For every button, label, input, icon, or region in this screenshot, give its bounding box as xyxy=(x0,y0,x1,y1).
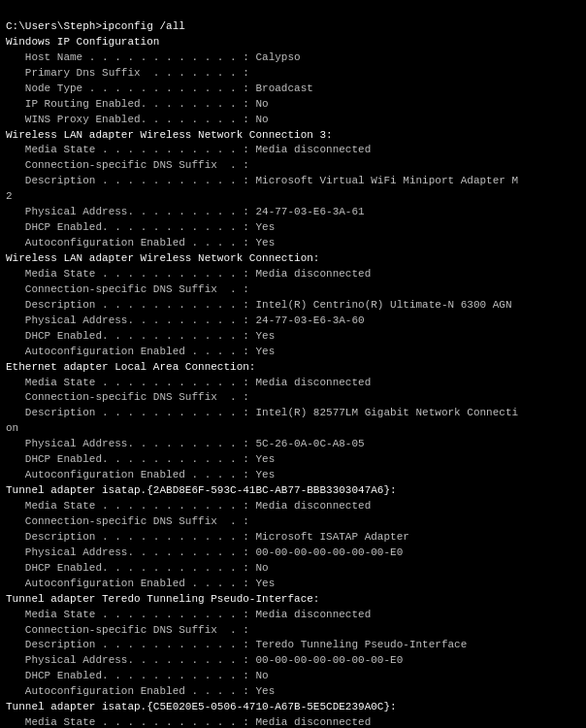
terminal-line: Node Type . . . . . . . . . . . . : Broa… xyxy=(6,82,580,97)
terminal-line: DHCP Enabled. . . . . . . . . . . : Yes xyxy=(6,329,580,345)
terminal-line: Primary Dns Suffix . . . . . . . : xyxy=(6,66,580,82)
terminal-line: DHCP Enabled. . . . . . . . . . . : Yes xyxy=(6,220,580,236)
terminal-line: Physical Address. . . . . . . . . : 24-7… xyxy=(6,205,580,220)
terminal-line: Media State . . . . . . . . . . . : Medi… xyxy=(6,376,580,391)
terminal-line: WINS Proxy Enabled. . . . . . . . : No xyxy=(6,113,580,128)
terminal-line: Connection-specific DNS Suffix . : xyxy=(6,390,580,406)
terminal-line: on xyxy=(6,421,580,437)
terminal-line: Description . . . . . . . . . . . : Inte… xyxy=(6,298,580,314)
terminal-line: Physical Address. . . . . . . . . : 00-0… xyxy=(6,546,580,561)
terminal-line: Media State . . . . . . . . . . . : Medi… xyxy=(6,608,580,623)
terminal-line: Tunnel adapter isatap.{C5E020E5-0506-471… xyxy=(6,700,580,715)
terminal-line: DHCP Enabled. . . . . . . . . . . : No xyxy=(6,561,580,577)
terminal-line: Connection-specific DNS Suffix . : xyxy=(6,282,580,298)
terminal-line: DHCP Enabled. . . . . . . . . . . : Yes xyxy=(6,452,580,468)
terminal-line: Wireless LAN adapter Wireless Network Co… xyxy=(6,128,580,144)
terminal-line: Media State . . . . . . . . . . . : Medi… xyxy=(6,267,580,282)
terminal-line: Physical Address. . . . . . . . . : 00-0… xyxy=(6,653,580,669)
terminal-line: Windows IP Configuration xyxy=(6,35,580,50)
terminal-line: Connection-specific DNS Suffix . : xyxy=(6,158,580,174)
terminal-line: Autoconfiguration Enabled . . . . : Yes xyxy=(6,468,580,483)
terminal-line: DHCP Enabled. . . . . . . . . . . : No xyxy=(6,669,580,684)
terminal-line: Media State . . . . . . . . . . . : Medi… xyxy=(6,499,580,514)
terminal-line: Autoconfiguration Enabled . . . . : Yes xyxy=(6,345,580,360)
terminal-line: C:\Users\Steph>ipconfig /all xyxy=(6,19,580,35)
terminal-line: Physical Address. . . . . . . . . : 5C-2… xyxy=(6,437,580,452)
terminal-line: Connection-specific DNS Suffix . : xyxy=(6,623,580,639)
terminal-line: 2 xyxy=(6,189,580,205)
terminal-line: Autoconfiguration Enabled . . . . : Yes xyxy=(6,684,580,700)
terminal-line: Tunnel adapter isatap.{2ABD8E6F-593C-41B… xyxy=(6,483,580,499)
terminal-line: Autoconfiguration Enabled . . . . : Yes xyxy=(6,236,580,251)
terminal-line: Tunnel adapter Teredo Tunneling Pseudo-I… xyxy=(6,592,580,608)
terminal-line: Description . . . . . . . . . . . : Micr… xyxy=(6,530,580,546)
terminal-line: Autoconfiguration Enabled . . . . : Yes xyxy=(6,577,580,592)
terminal-line: Host Name . . . . . . . . . . . . : Caly… xyxy=(6,50,580,66)
terminal-line: Media State . . . . . . . . . . . : Medi… xyxy=(6,715,580,728)
terminal-line: Description . . . . . . . . . . . : Micr… xyxy=(6,174,580,189)
terminal-line: Physical Address. . . . . . . . . : 24-7… xyxy=(6,314,580,329)
terminal-line: Description . . . . . . . . . . . : Tere… xyxy=(6,638,580,653)
terminal-window: C:\Users\Steph>ipconfig /allWindows IP C… xyxy=(6,4,580,728)
terminal-line: Ethernet adapter Local Area Connection: xyxy=(6,360,580,376)
terminal-line: Wireless LAN adapter Wireless Network Co… xyxy=(6,251,580,267)
terminal-line: Connection-specific DNS Suffix . : xyxy=(6,514,580,530)
terminal-line: Media State . . . . . . . . . . . : Medi… xyxy=(6,143,580,158)
terminal-line: IP Routing Enabled. . . . . . . . : No xyxy=(6,97,580,113)
terminal-line: Description . . . . . . . . . . . : Inte… xyxy=(6,406,580,421)
